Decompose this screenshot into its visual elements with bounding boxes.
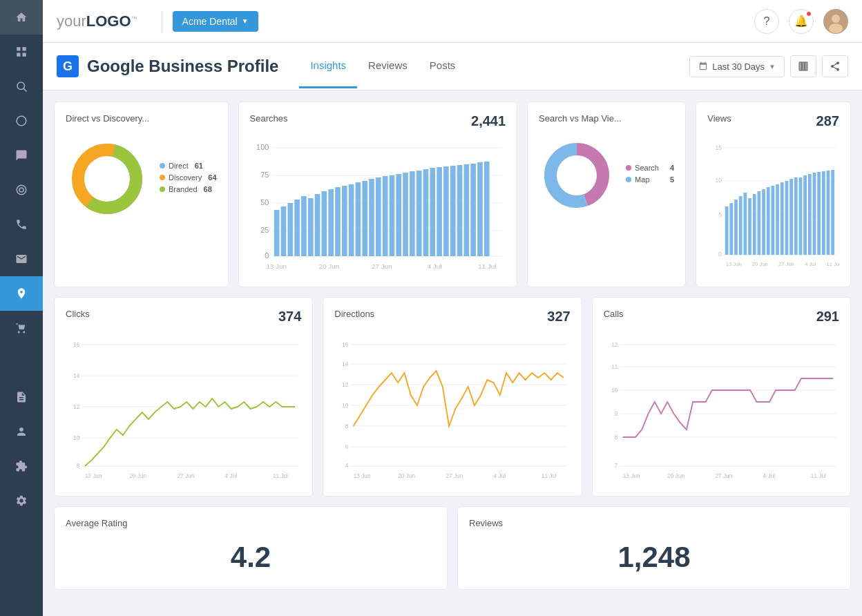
- calls-chart: 12 11 10 9 8 7 13 Jun 20 Jun 27: [604, 333, 839, 485]
- svg-rect-52: [450, 166, 455, 256]
- legend-label-search: Search: [635, 164, 664, 172]
- notifications-button[interactable]: 🔔: [789, 9, 814, 34]
- svg-text:13 Jun: 13 Jun: [622, 472, 640, 479]
- legend-value-direct: 61: [195, 162, 203, 170]
- svg-text:5: 5: [718, 211, 722, 218]
- svg-text:27 Jun: 27 Jun: [177, 472, 194, 479]
- sidebar-item-plugin[interactable]: [0, 449, 43, 483]
- average-rating-value-area: 4.2: [66, 537, 436, 578]
- sidebar-item-cart[interactable]: [0, 311, 43, 345]
- svg-rect-91: [808, 174, 812, 255]
- card-calls: Calls 291 12 11 10 9 8 7: [592, 297, 851, 497]
- svg-text:10: 10: [716, 177, 722, 184]
- svg-rect-77: [744, 193, 747, 255]
- tab-reviews[interactable]: Reviews: [357, 44, 419, 88]
- svg-rect-73: [725, 206, 729, 255]
- sidebar-item-file[interactable]: [0, 380, 43, 414]
- svg-text:4 Jul: 4 Jul: [763, 472, 775, 479]
- card-value-directions: 327: [547, 309, 570, 325]
- svg-text:0: 0: [265, 252, 269, 260]
- svg-rect-87: [789, 179, 793, 255]
- sidebar-item-search[interactable]: [0, 69, 43, 104]
- user-avatar[interactable]: [823, 9, 848, 34]
- sidebar-item-targeting[interactable]: [0, 173, 43, 207]
- card-search-vs-map: Search vs Map Vie... Search 4: [527, 102, 686, 287]
- main-area: yourLOGO™ Acme Dental ▼ ? 🔔 G Google Bus…: [43, 0, 862, 616]
- sidebar-item-chat[interactable]: [0, 138, 43, 173]
- card-title-views: Views: [707, 113, 731, 124]
- reviews-number: 1,248: [617, 541, 690, 574]
- legend-dot-search: [626, 165, 631, 171]
- topbar-right: ? 🔔: [754, 9, 848, 34]
- svg-text:100: 100: [256, 144, 269, 151]
- svg-rect-44: [396, 174, 401, 256]
- sidebar-item-location[interactable]: [0, 276, 43, 311]
- tab-insights[interactable]: Insights: [299, 44, 357, 88]
- sidebar-item-dashboard[interactable]: [0, 35, 43, 69]
- legend-search: Search 4: [626, 164, 674, 172]
- svg-rect-54: [463, 164, 469, 256]
- svg-rect-0: [17, 47, 20, 50]
- sidebar-item-phone[interactable]: [0, 207, 43, 242]
- svg-rect-84: [776, 184, 779, 255]
- donut-legend: Direct 61 Discovery 64 Branded 68: [160, 162, 217, 197]
- svg-rect-95: [827, 171, 830, 255]
- svg-rect-48: [423, 169, 428, 256]
- svg-rect-34: [328, 189, 334, 256]
- share-button[interactable]: [822, 55, 848, 77]
- business-selector-button[interactable]: Acme Dental ▼: [173, 11, 258, 32]
- help-button[interactable]: ?: [754, 9, 779, 34]
- date-range-button[interactable]: Last 30 Days ▼: [689, 56, 785, 77]
- sidebar-item-user[interactable]: [0, 414, 43, 449]
- svg-text:10: 10: [342, 402, 348, 409]
- legend-label-map: Map: [635, 175, 664, 184]
- tab-posts[interactable]: Posts: [419, 44, 467, 88]
- svg-text:0: 0: [718, 251, 722, 258]
- card-clicks: Clicks 374 16 14 12 10 8 13 Jun: [54, 297, 313, 497]
- svg-rect-93: [818, 172, 821, 255]
- card-header-direct: Direct vs Discovery...: [66, 113, 217, 124]
- columns-button[interactable]: [790, 55, 816, 77]
- tabs: Insights Reviews Posts: [299, 44, 466, 88]
- svg-rect-2: [17, 53, 20, 57]
- legend-dot-direct: [160, 163, 165, 169]
- svg-text:27 Jun: 27 Jun: [715, 472, 732, 479]
- legend-value-map: 5: [670, 175, 674, 184]
- svg-text:8: 8: [345, 423, 349, 430]
- gbp-icon: G: [57, 55, 79, 77]
- svg-rect-80: [758, 191, 761, 255]
- svg-text:20 Jun: 20 Jun: [752, 261, 768, 267]
- svg-rect-41: [376, 177, 381, 256]
- svg-text:20 Jun: 20 Jun: [667, 472, 684, 479]
- sidebar-item-home[interactable]: [0, 0, 43, 35]
- svg-text:13 Jun: 13 Jun: [266, 262, 286, 270]
- svg-text:4: 4: [345, 462, 349, 469]
- card-header-calls: Calls 291: [604, 309, 839, 325]
- legend-label-discovery: Discovery: [169, 173, 202, 182]
- svg-text:10: 10: [611, 387, 617, 394]
- legend-map: Map 5: [626, 175, 674, 184]
- sidebar-item-reports[interactable]: [0, 104, 43, 138]
- card-value-calls: 291: [816, 309, 839, 325]
- donut-chart: [66, 137, 149, 220]
- row-3: Average Rating 4.2 Reviews 1,248: [54, 506, 851, 590]
- card-title-search-map: Search vs Map Vie...: [539, 113, 622, 124]
- svg-text:7: 7: [614, 462, 617, 469]
- svg-text:9: 9: [614, 410, 617, 417]
- svg-rect-30: [301, 196, 307, 256]
- svg-point-7: [19, 188, 23, 192]
- legend-dot-discovery: [160, 175, 165, 180]
- svg-rect-75: [734, 200, 738, 255]
- card-header-views: Views 287: [707, 113, 839, 129]
- svg-rect-92: [813, 173, 816, 255]
- page-header: G Google Business Profile Insights Revie…: [43, 43, 862, 90]
- legend-label-direct: Direct: [169, 162, 189, 170]
- svg-rect-39: [362, 181, 367, 256]
- sidebar-item-mail[interactable]: [0, 242, 43, 276]
- average-rating-number: 4.2: [231, 541, 271, 574]
- card-value-searches: 2,441: [471, 113, 506, 129]
- card-searches: Searches 2,441 100 75 50 25 0: [238, 102, 518, 287]
- views-chart: 15 10 5 0: [707, 137, 839, 276]
- svg-text:8: 8: [614, 434, 617, 441]
- sidebar-item-settings[interactable]: [0, 483, 43, 518]
